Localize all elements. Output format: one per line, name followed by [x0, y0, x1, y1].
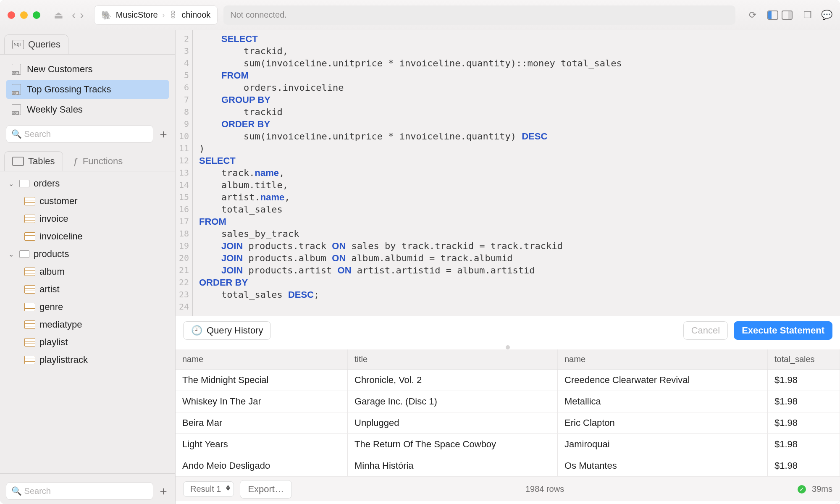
line-gutter: 2 3 4 5 6 7 8 9 10 11 12 13 14 15 16 17 … — [176, 30, 193, 316]
chat-icon[interactable]: 💬 — [821, 10, 832, 21]
folder-icon — [19, 180, 29, 187]
table-row[interactable]: Beira MarUnpluggedEric Clapton$1.98 — [176, 412, 840, 434]
resize-handle[interactable] — [176, 345, 840, 349]
table-node[interactable]: album — [6, 265, 169, 279]
status-success-icon: ✓ — [798, 485, 806, 494]
query-history-button[interactable]: 🕘 Query History — [183, 321, 271, 340]
breadcrumb-database: chinook — [181, 10, 210, 20]
folder-icon — [19, 250, 29, 258]
back-button[interactable]: ‹ — [72, 8, 76, 22]
queries-tab[interactable]: SQL Queries — [4, 34, 68, 54]
sql-editor[interactable]: 2 3 4 5 6 7 8 9 10 11 12 13 14 15 16 17 … — [176, 30, 840, 316]
chevron-down-icon: ⌄ — [8, 250, 15, 258]
table-node[interactable]: playlist — [6, 335, 169, 349]
execute-button[interactable]: Execute Statement — [734, 321, 832, 340]
reload-icon[interactable]: ⟳ — [749, 10, 756, 21]
query-time: 39ms — [812, 484, 832, 494]
result-tab-select[interactable]: Result 1 — [183, 481, 234, 497]
table-icon — [24, 232, 35, 241]
table-icon — [24, 197, 35, 205]
history-icon: 🕘 — [191, 325, 202, 336]
chevron-right-icon: › — [162, 10, 165, 20]
table-node[interactable]: genre — [6, 300, 169, 314]
table-icon — [24, 303, 35, 311]
chevron-down-icon: ⌄ — [8, 180, 15, 188]
table-icon — [24, 215, 35, 223]
functions-tab[interactable]: ƒ Functions — [66, 151, 131, 171]
results-header: nametitlenametotal_sales — [176, 349, 840, 370]
sql-file-icon — [12, 104, 21, 115]
windows-icon[interactable]: ❐ — [803, 10, 812, 21]
table-row[interactable]: The Midnight SpecialChronicle, Vol. 2Cre… — [176, 370, 840, 391]
table-node[interactable]: artist — [6, 282, 169, 297]
function-icon: ƒ — [74, 156, 79, 167]
sql-file-icon — [12, 84, 21, 95]
results-body[interactable]: The Midnight SpecialChronicle, Vol. 2Cre… — [176, 370, 840, 477]
table-row[interactable]: Light YearsThe Return Of The Space Cowbo… — [176, 434, 840, 455]
eject-icon[interactable]: ⏏ — [54, 9, 63, 21]
add-table-button[interactable]: ＋ — [158, 483, 169, 499]
cancel-button[interactable]: Cancel — [683, 321, 728, 340]
column-header[interactable]: name — [176, 349, 348, 369]
connection-status[interactable]: Not connected. — [223, 5, 735, 25]
database-icon: 🛢 — [169, 10, 177, 20]
export-button[interactable]: Export… — [240, 480, 292, 499]
column-header[interactable]: title — [348, 349, 558, 369]
query-item[interactable]: Weekly Sales — [6, 100, 169, 119]
toggle-left-panel-button[interactable] — [767, 10, 778, 20]
table-icon — [24, 320, 35, 329]
title-bar: ⏏ ‹ › 🐘 MusicStore › 🛢 chinook Not conne… — [0, 0, 840, 30]
search-icon: 🔍 — [11, 129, 22, 139]
query-item[interactable]: Top Grossing Tracks — [6, 80, 169, 99]
table-icon — [12, 157, 24, 166]
queries-search-input[interactable]: 🔍 Search — [6, 125, 153, 143]
table-icon — [24, 338, 35, 346]
add-query-button[interactable]: ＋ — [158, 126, 169, 142]
minimize-window-button[interactable] — [20, 11, 28, 19]
table-node[interactable]: invoice — [6, 212, 169, 226]
query-item[interactable]: New Customers — [6, 60, 169, 79]
schema-node[interactable]: ⌄products — [6, 247, 169, 261]
tables-tab[interactable]: Tables — [4, 151, 63, 171]
results-panel: nametitlenametotal_sales The Midnight Sp… — [176, 345, 840, 504]
table-icon — [24, 356, 35, 364]
table-node[interactable]: customer — [6, 194, 169, 208]
window-controls — [8, 11, 40, 19]
table-node[interactable]: mediatype — [6, 318, 169, 332]
column-header[interactable]: name — [558, 349, 768, 369]
toggle-right-panel-button[interactable] — [782, 10, 793, 20]
table-node[interactable]: invoiceline — [6, 229, 169, 244]
breadcrumb-project: MusicStore — [116, 10, 158, 20]
zoom-window-button[interactable] — [33, 11, 40, 19]
search-icon: 🔍 — [11, 486, 22, 496]
row-count: 1984 rows — [525, 484, 564, 494]
table-icon — [24, 285, 35, 294]
forward-button[interactable]: › — [80, 8, 84, 22]
column-header[interactable]: total_sales — [768, 349, 840, 369]
close-window-button[interactable] — [8, 11, 15, 19]
table-row[interactable]: Ando Meio DesligadoMinha HistóriaOs Muta… — [176, 455, 840, 477]
sidebar: SQL Queries New CustomersTop Grossing Tr… — [0, 30, 176, 504]
sql-icon: SQL — [12, 40, 24, 49]
sql-file-icon — [12, 64, 21, 75]
tables-search-input[interactable]: 🔍 Search — [6, 482, 153, 500]
table-row[interactable]: Whiskey In The JarGarage Inc. (Disc 1)Me… — [176, 391, 840, 412]
schema-node[interactable]: ⌄orders — [6, 176, 169, 191]
project-icon: 🐘 — [101, 10, 112, 20]
code-content[interactable]: SELECT trackid, sum(invoiceline.unitpric… — [193, 30, 840, 316]
breadcrumb[interactable]: 🐘 MusicStore › 🛢 chinook — [94, 5, 218, 25]
table-icon — [24, 268, 35, 276]
table-node[interactable]: playlisttrack — [6, 353, 169, 367]
